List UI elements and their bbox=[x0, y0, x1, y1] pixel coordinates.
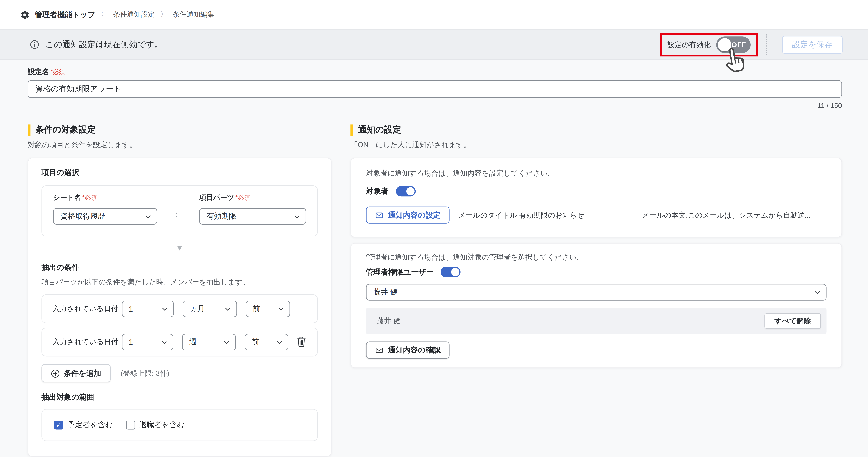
notification-section: 通知の設定 「ON」にした人に通知がされます。 対象者に通知する場合は、通知内容… bbox=[350, 124, 842, 368]
checkbox-include-retired[interactable] bbox=[126, 421, 135, 430]
section-accent-bar bbox=[28, 124, 30, 135]
unit-select[interactable]: 週 bbox=[182, 334, 236, 350]
target-card-description: 対象者に通知する場合は、通知内容を設定してください。 bbox=[366, 168, 827, 178]
breadcrumb-root[interactable]: 管理者機能トップ bbox=[35, 10, 95, 20]
admin-notification-card: 管理者に通知する場合は、通知対象の管理者を選択してください。 管理者権限ユーザー… bbox=[350, 243, 842, 368]
item-part-select[interactable]: 有効期限 bbox=[199, 208, 306, 225]
toggle-knob bbox=[406, 187, 414, 195]
checkbox-include-planned[interactable]: ✓ bbox=[54, 421, 63, 430]
target-notification-card: 対象者に通知する場合は、通知内容を設定してください。 対象者 通知内容の設定 メ… bbox=[350, 158, 842, 238]
breadcrumb-separator: 〉 bbox=[160, 10, 167, 20]
delete-condition-button[interactable] bbox=[296, 336, 307, 348]
clear-all-button[interactable]: すべて解除 bbox=[765, 313, 821, 329]
notification-content-confirm-button[interactable]: 通知内容の確認 bbox=[366, 341, 450, 359]
checkbox-label: 退職者を含む bbox=[139, 420, 184, 430]
chevron-down-icon bbox=[161, 306, 168, 313]
mail-body-preview: メールの本文:このメールは、システムから自動送... bbox=[642, 210, 811, 220]
activation-label: 設定の有効化 bbox=[668, 40, 711, 50]
required-badge: *必須 bbox=[235, 194, 250, 201]
plus-circle-icon bbox=[51, 369, 60, 378]
sheet-name-label: シート名*必須 bbox=[53, 193, 157, 203]
status-banner: この通知設定は現在無効です。 設定の有効化 OFF 設定を保存 bbox=[0, 30, 868, 60]
mail-icon bbox=[375, 211, 384, 219]
admin-user-select[interactable]: 藤井 健 bbox=[366, 284, 827, 301]
notification-content-settings-button[interactable]: 通知内容の設定 bbox=[366, 207, 450, 224]
activation-highlight-box: 設定の有効化 OFF bbox=[660, 33, 758, 56]
extraction-heading: 抽出の条件 bbox=[41, 263, 318, 273]
chevron-down-icon bbox=[276, 339, 283, 346]
select-separator: 〉 bbox=[175, 210, 182, 220]
scope-box: ✓ 予定者を含む 退職者を含む bbox=[41, 409, 318, 441]
setting-name-input[interactable]: 資格の有効期限アラート bbox=[28, 80, 842, 98]
gear-icon bbox=[20, 10, 30, 20]
info-circle-icon bbox=[30, 40, 39, 49]
timing-select[interactable]: 前 bbox=[246, 301, 290, 317]
chevron-down-icon bbox=[223, 339, 230, 346]
required-badge: *必須 bbox=[50, 69, 65, 75]
timing-select[interactable]: 前 bbox=[245, 334, 289, 350]
condition-row-label: 入力されている日付 bbox=[53, 337, 118, 347]
page: 管理者機能トップ 〉 条件通知設定 〉 条件通知編集 この通知設定は現在無効です… bbox=[0, 0, 868, 457]
chevron-down-icon bbox=[145, 213, 152, 220]
add-condition-button[interactable]: 条件を追加 bbox=[41, 364, 111, 383]
item-select-heading: 項目の選択 bbox=[41, 167, 318, 178]
trash-icon bbox=[296, 336, 306, 347]
main-content: 設定名*必須 資格の有効期限アラート 11 / 150 条件の対象設定 対象の項… bbox=[0, 67, 868, 457]
breadcrumb-item-settings[interactable]: 条件通知設定 bbox=[113, 10, 155, 20]
breadcrumb-separator: 〉 bbox=[101, 10, 108, 20]
scope-heading: 抽出対象の範囲 bbox=[41, 393, 318, 402]
check-icon: ✓ bbox=[56, 422, 61, 429]
admin-toggle[interactable] bbox=[441, 267, 461, 277]
target-toggle-label: 対象者 bbox=[366, 186, 389, 196]
condition-row: 入力されている日付 1 週 前 bbox=[41, 328, 318, 357]
chevron-down-icon bbox=[277, 306, 284, 313]
checkbox-label: 予定者を含む bbox=[67, 420, 113, 430]
sheet-name-value: 資格取得履歴 bbox=[60, 211, 105, 221]
selected-user-name: 藤井 健 bbox=[377, 316, 401, 326]
condition-target-section: 条件の対象設定 対象の項目と条件を設定します。 項目の選択 シート名*必須 資格… bbox=[28, 124, 332, 457]
number-select[interactable]: 1 bbox=[122, 334, 173, 350]
sheet-name-select[interactable]: 資格取得履歴 bbox=[53, 208, 157, 225]
target-toggle[interactable] bbox=[396, 186, 415, 196]
hand-pointer-icon bbox=[722, 44, 749, 76]
admin-user-select-value: 藤井 健 bbox=[373, 287, 398, 297]
item-select-box: シート名*必須 資格取得履歴 〉 項目パーツ*必須 有効期限 bbox=[41, 185, 318, 236]
limit-note: (登録上限: 3件) bbox=[121, 368, 169, 378]
setting-name-label-row: 設定名*必須 bbox=[28, 67, 842, 77]
toggle-knob bbox=[451, 268, 460, 276]
notification-section-subtitle: 「ON」にした人に通知がされます。 bbox=[350, 140, 842, 150]
chevron-down-icon bbox=[160, 339, 167, 346]
item-part-label: 項目パーツ*必須 bbox=[199, 193, 306, 203]
banner-message: この通知設定は現在無効です。 bbox=[45, 39, 162, 50]
number-select[interactable]: 1 bbox=[122, 301, 174, 317]
notification-section-title: 通知の設定 bbox=[358, 124, 401, 136]
extraction-description: 項目パーツが以下の条件を満たした時、メンバーを抽出します。 bbox=[41, 278, 318, 287]
condition-card: 項目の選択 シート名*必須 資格取得履歴 〉 項目パーツ*必須 bbox=[28, 158, 332, 457]
item-part-value: 有効期限 bbox=[207, 211, 237, 221]
section-accent-bar bbox=[350, 124, 353, 135]
breadcrumb-item-edit: 条件通知編集 bbox=[173, 10, 214, 20]
condition-row-label: 入力されている日付 bbox=[53, 304, 118, 314]
required-badge: *必須 bbox=[82, 194, 97, 201]
mail-icon bbox=[375, 346, 384, 354]
divider bbox=[766, 34, 767, 55]
breadcrumb: 管理者機能トップ 〉 条件通知設定 〉 条件通知編集 bbox=[0, 0, 868, 30]
condition-section-title: 条件の対象設定 bbox=[35, 124, 96, 136]
chevron-down-icon bbox=[293, 213, 301, 220]
save-settings-button[interactable]: 設定を保存 bbox=[782, 36, 842, 54]
mail-title-preview: メールのタイトル:有効期限のお知らせ bbox=[458, 210, 585, 220]
condition-section-subtitle: 対象の項目と条件を設定します。 bbox=[28, 140, 332, 150]
condition-row: 入力されている日付 1 ヵ月 前 bbox=[41, 295, 318, 323]
chevron-down-icon bbox=[224, 306, 231, 313]
char-counter: 11 / 150 bbox=[28, 102, 842, 110]
setting-name-label: 設定名 bbox=[28, 67, 49, 76]
admin-toggle-label: 管理者権限ユーザー bbox=[366, 267, 434, 277]
flow-down-triangle: ▼ bbox=[41, 244, 318, 254]
unit-select[interactable]: ヵ月 bbox=[183, 301, 237, 317]
selected-user-row: 藤井 健 すべて解除 bbox=[366, 308, 827, 334]
chevron-down-icon bbox=[814, 289, 821, 296]
admin-card-description: 管理者に通知する場合は、通知対象の管理者を選択してください。 bbox=[366, 252, 827, 263]
